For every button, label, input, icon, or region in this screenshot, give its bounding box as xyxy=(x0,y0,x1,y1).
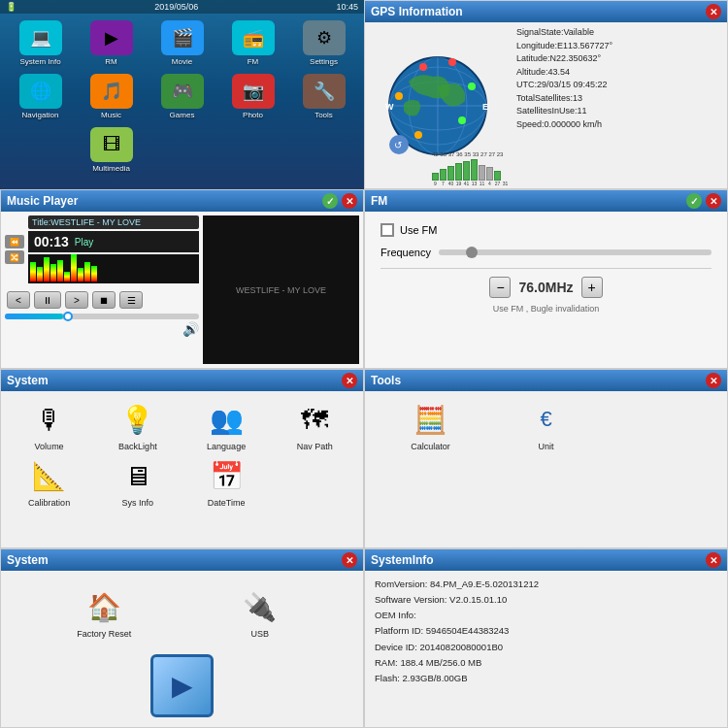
gps-close-button[interactable]: ✕ xyxy=(706,4,721,19)
gps-info-text: SignalState:Vailable Longitude:E113.5677… xyxy=(511,22,727,188)
gps-panel: GPS Information ✕ xyxy=(364,0,728,189)
rm-label: RM xyxy=(105,57,116,66)
fm-home-icon: 📻 xyxy=(232,20,275,55)
gps-utc: UTC:29/03/15 09:45:22 xyxy=(516,79,721,92)
tools-grid: 🧮 Calculator € Unit xyxy=(365,391,727,459)
unit-label: Unit xyxy=(538,442,553,451)
sys-item-sysinfo[interactable]: 🖥 Sys Info xyxy=(95,455,180,508)
sys-item-datetime[interactable]: 📅 DateTime xyxy=(184,455,269,508)
svg-text:W: W xyxy=(385,102,394,112)
home-item-music[interactable]: 🎵 Music xyxy=(77,71,146,122)
home-topbar: 🔋 2019/05/06 10:45 xyxy=(0,0,364,14)
backlight-icon: 💡 xyxy=(114,399,162,440)
calibration-label: Calibration xyxy=(28,498,70,508)
multimedia-icon: 🎞 xyxy=(90,127,133,162)
fm-plus-button[interactable]: + xyxy=(581,277,603,298)
system-close-button[interactable]: ✕ xyxy=(342,373,357,388)
music-controls: < ⏸ > ⏹ ☰ xyxy=(5,289,199,311)
sysinfo-close-button[interactable]: ✕ xyxy=(706,552,721,568)
bottom-sys-usb[interactable]: 🔌 USB xyxy=(236,586,284,639)
music-info-bar: Title:WESTLIFE - MY LOVE xyxy=(28,215,199,229)
fm-check-icon[interactable]: ✓ xyxy=(686,193,702,209)
fm-header: FM ✓ ✕ xyxy=(365,190,727,212)
factory-reset-icon: 🏠 xyxy=(80,586,128,627)
bottom-sys-factory-reset[interactable]: 🏠 Factory Reset xyxy=(77,586,131,639)
language-icon: 👥 xyxy=(202,399,250,440)
tools-item-calculator[interactable]: 🧮 Calculator xyxy=(375,399,486,451)
fm-slider-thumb xyxy=(466,247,478,258)
music-track-name: WESTLIFE - MY LOVE xyxy=(236,285,326,295)
tools-close-button[interactable]: ✕ xyxy=(706,373,721,388)
rm-icon: ▶ xyxy=(90,20,133,55)
nav-label: Navigation xyxy=(22,111,59,119)
home-item-photo[interactable]: 📷 Photo xyxy=(218,71,287,122)
bottom-system-header: System ✕ xyxy=(1,549,363,571)
fm-frequency-display: 76.0MHz xyxy=(518,280,573,295)
home-item-movie[interactable]: 🎬 Movie xyxy=(148,17,216,69)
tools-item-unit[interactable]: € Unit xyxy=(490,399,602,451)
music-prev-button[interactable]: < xyxy=(7,291,30,309)
music-player-panel: Music Player ✓ ✕ ⏪ 🔀 Title:WESTLIFE - MY… xyxy=(0,189,364,369)
sys-item-calibration[interactable]: 📐 Calibration xyxy=(7,455,91,508)
music-pause-button[interactable]: ⏸ xyxy=(34,291,61,309)
sys-item-navpath[interactable]: 🗺 Nav Path xyxy=(273,399,357,451)
sysinfo-panel: SystemInfo ✕ RomVersion: 84.PM_A9.E-5.02… xyxy=(364,548,728,728)
fm-minus-button[interactable]: − xyxy=(489,277,511,298)
music-close-button[interactable]: ✕ xyxy=(342,193,357,209)
svg-point-11 xyxy=(414,131,422,139)
music-next-button[interactable]: > xyxy=(65,291,88,309)
home-item-nav[interactable]: 🌐 Navigation xyxy=(6,71,75,122)
fm-controls-row: − 76.0MHz + xyxy=(381,277,711,298)
home-item-multimedia[interactable]: 🎞 Multimedia xyxy=(77,124,146,176)
home-item-rm[interactable]: ▶ RM xyxy=(77,17,146,69)
gps-total-satellites: TotalSatellites:13 xyxy=(516,92,721,106)
music-player-title: Music Player xyxy=(7,194,78,208)
empty-icon xyxy=(19,132,62,167)
home-item-games[interactable]: 🎮 Games xyxy=(148,71,216,122)
svg-text:E: E xyxy=(482,102,488,112)
fm-close-button[interactable]: ✕ xyxy=(706,193,721,209)
games-icon: 🎮 xyxy=(161,74,204,109)
music-progress-bar[interactable] xyxy=(5,314,199,319)
calibration-icon: 📐 xyxy=(25,455,74,496)
sysinfo-label: System Info xyxy=(19,57,60,66)
bottom-system-close-button[interactable]: ✕ xyxy=(342,552,357,568)
platform-id: Platform ID: 5946504E44383243 xyxy=(375,623,717,639)
sys-item-language[interactable]: 👥 Language xyxy=(184,399,269,451)
home-item-settings[interactable]: ⚙ Settings xyxy=(289,17,358,69)
gps-globe: W E ↺ 42 38 37 36 35 33 27 27 23 xyxy=(365,22,511,188)
fm-frequency-row: Frequency xyxy=(381,247,711,258)
music-eq xyxy=(28,254,199,283)
music-progress-thumb[interactable] xyxy=(63,312,73,321)
home-item-fm[interactable]: 📻 FM xyxy=(218,17,287,69)
svg-point-8 xyxy=(468,83,476,90)
tools-header: Tools ✕ xyxy=(365,370,727,391)
bottom-system-grid: 🏠 Factory Reset 🔌 USB xyxy=(9,579,355,646)
music-stop-button[interactable]: ⏹ xyxy=(92,291,116,309)
music-list-button[interactable]: ☰ xyxy=(119,291,143,309)
gps-title: GPS Information xyxy=(371,5,463,18)
sys-item-volume[interactable]: 🎙 Volume xyxy=(7,399,91,451)
volume-sys-label: Volume xyxy=(35,442,64,451)
flash-info: Flash: 2.93GB/8.00GB xyxy=(375,671,717,686)
system-grid: 🎙 Volume 💡 BackLight 👥 Language 🗺 Nav Pa… xyxy=(1,391,363,515)
system-title: System xyxy=(7,374,49,387)
datetime-label: DateTime xyxy=(208,498,246,508)
navpath-label: Nav Path xyxy=(297,442,333,451)
gps-longitude: Longitude:E113.567727° xyxy=(516,40,721,53)
music-check-icon[interactable]: ✓ xyxy=(322,193,338,209)
music-play-text: Play xyxy=(75,237,93,248)
sysinfo-sys-label: Sys Info xyxy=(122,498,154,508)
tools-home-icon: 🔧 xyxy=(303,74,346,109)
sys-item-backlight[interactable]: 💡 BackLight xyxy=(95,399,180,451)
media-play-button[interactable]: ▶ xyxy=(150,654,214,717)
fm-frequency-slider[interactable] xyxy=(439,249,711,255)
home-item-sysinfo[interactable]: 💻 System Info xyxy=(6,17,75,69)
home-item-tools[interactable]: 🔧 Tools xyxy=(289,71,358,122)
volume-icon: 🔊 xyxy=(182,321,199,337)
music-home-label: Music xyxy=(101,111,121,119)
svg-point-7 xyxy=(448,58,456,66)
fm-use-checkbox[interactable] xyxy=(381,223,394,237)
bottom-system-title: System xyxy=(7,553,49,567)
sysinfo-sys-icon: 🖥 xyxy=(114,455,162,496)
